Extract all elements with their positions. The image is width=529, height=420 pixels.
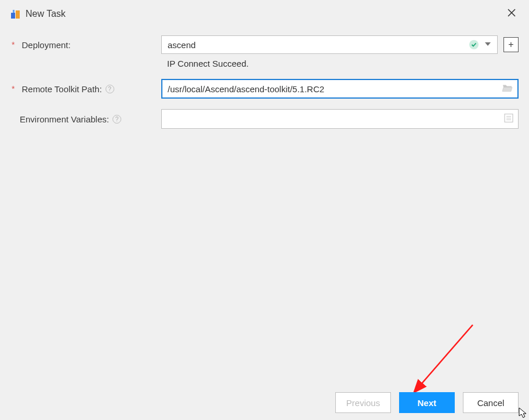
field-env (161, 109, 519, 129)
titlebar: New Task (0, 0, 529, 30)
title-left: New Task (10, 9, 66, 19)
cursor-icon (519, 407, 528, 419)
close-icon (507, 8, 516, 17)
row-env-vars: Environment Variables: ? (10, 109, 519, 129)
folder-open-icon[interactable] (502, 84, 513, 95)
check-icon (469, 40, 479, 49)
env-label-text: Environment Variables: (20, 114, 109, 124)
help-icon[interactable]: ? (106, 85, 114, 93)
row-deployment-status: IP Connect Succeed. (10, 59, 519, 68)
dialog-new-task: New Task * Deployment: ascend (0, 0, 529, 420)
svg-rect-1 (16, 10, 20, 19)
required-marker: * (12, 84, 15, 93)
help-icon[interactable]: ? (113, 115, 121, 124)
annotation-arrow (406, 319, 481, 400)
list-icon[interactable] (504, 114, 513, 125)
window-title: New Task (26, 9, 66, 19)
svg-line-11 (415, 325, 473, 392)
label-toolkit: * Remote Toolkit Path: ? (10, 84, 161, 94)
dialog-footer: Previous Next Cancel (335, 392, 519, 413)
row-toolkit-path: * Remote Toolkit Path: ? (10, 79, 519, 99)
label-env: Environment Variables: ? (10, 114, 161, 124)
form-area: * Deployment: ascend (0, 30, 529, 129)
previous-button[interactable]: Previous (335, 392, 391, 413)
close-button[interactable] (505, 6, 519, 21)
field-deployment: ascend + (161, 35, 519, 54)
svg-rect-0 (11, 13, 15, 19)
toolkit-label-text: Remote Toolkit Path: (21, 84, 102, 94)
required-marker: * (12, 40, 15, 49)
svg-marker-5 (485, 42, 491, 46)
toolkit-input-wrap (161, 79, 519, 99)
toolkit-path-input[interactable] (168, 80, 498, 97)
deployment-label-text: Deployment: (21, 40, 70, 50)
env-vars-input[interactable] (168, 110, 498, 128)
app-icon (10, 9, 21, 19)
deployment-status: IP Connect Succeed. (161, 59, 519, 68)
deployment-select[interactable]: ascend (161, 35, 498, 54)
chevron-down-icon (484, 40, 491, 49)
add-deployment-button[interactable]: + (503, 37, 519, 52)
next-button[interactable]: Next (399, 392, 455, 413)
deployment-value: ascend (168, 40, 465, 50)
field-toolkit (161, 79, 519, 99)
row-deployment: * Deployment: ascend (10, 35, 519, 54)
svg-rect-2 (13, 10, 15, 13)
env-input-wrap (161, 109, 519, 129)
cancel-button[interactable]: Cancel (463, 392, 519, 413)
label-deployment: * Deployment: (10, 40, 161, 50)
